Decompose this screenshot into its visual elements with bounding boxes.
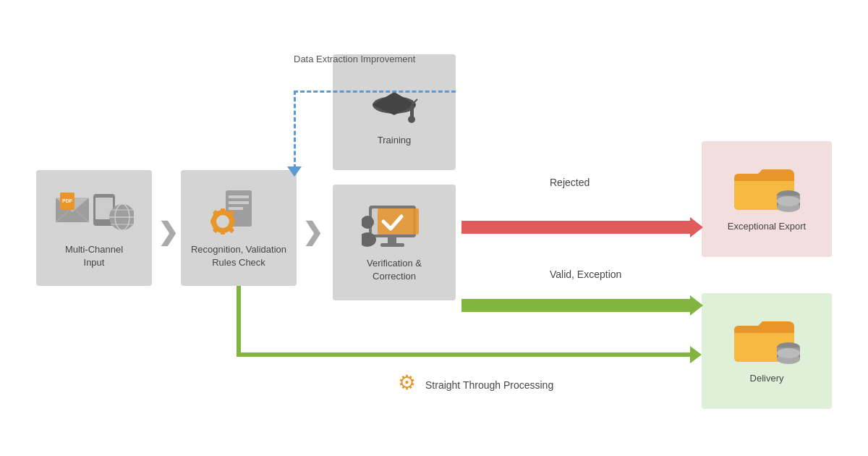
chevron-2: ❯ — [302, 217, 323, 246]
verification-label: Verification & Correction — [367, 257, 422, 283]
training-box: Training — [333, 54, 456, 170]
dashed-arrow-head — [287, 166, 302, 177]
stp-gear-icon: ⚙ — [398, 373, 416, 393]
multi-channel-label: Multi-Channel Input — [65, 243, 123, 269]
training-label: Training — [378, 134, 411, 147]
svg-rect-16 — [229, 207, 243, 210]
svg-marker-28 — [373, 92, 416, 115]
stp-label: Straight Through Processing — [425, 379, 553, 392]
delivery-label: Delivery — [750, 372, 784, 385]
dashed-line-horizontal — [294, 90, 456, 93]
multi-channel-icon: PDF — [54, 187, 134, 237]
recognition-icon — [210, 187, 268, 237]
svg-rect-22 — [231, 219, 235, 224]
exceptional-export-icon — [731, 165, 803, 214]
delivery-box: Delivery — [702, 293, 832, 409]
delivery-icon — [731, 317, 803, 366]
recognition-label: Recognition, Validation Rules Check — [191, 243, 286, 269]
data-extraction-label: Data Extraction Improvement — [294, 53, 415, 66]
svg-rect-36 — [380, 243, 404, 247]
valid-exception-arrow — [461, 299, 692, 312]
svg-rect-15 — [229, 201, 249, 204]
svg-rect-20 — [221, 230, 225, 235]
multi-channel-input-box: PDF Multi-Channel Input — [36, 170, 152, 286]
dashed-line-vertical — [294, 90, 296, 169]
svg-point-48 — [777, 348, 800, 358]
svg-text:PDF: PDF — [62, 198, 73, 203]
chevron-1: ❯ — [158, 217, 178, 246]
recognition-box: Recognition, Validation Rules Check — [181, 170, 297, 286]
svg-rect-21 — [210, 219, 215, 224]
rejected-arrow — [461, 221, 692, 234]
exceptional-export-label: Exceptional Export — [728, 220, 806, 233]
stp-line-vertical — [237, 286, 241, 357]
stp-line-horizontal — [239, 352, 692, 357]
diagram: PDF Multi-Channel Input ❯ — [22, 18, 846, 438]
svg-point-30 — [408, 116, 415, 123]
verification-icon — [362, 202, 427, 251]
svg-point-18 — [216, 215, 229, 228]
svg-rect-14 — [229, 195, 249, 198]
svg-point-43 — [777, 196, 800, 206]
rejected-label: Rejected — [550, 176, 590, 190]
verification-box: Verification & Correction — [333, 185, 456, 300]
valid-exception-label: Valid, Exception — [550, 268, 621, 282]
svg-rect-19 — [221, 208, 225, 213]
training-icon — [365, 77, 423, 128]
svg-rect-35 — [388, 237, 396, 243]
exceptional-export-box: Exceptional Export — [702, 141, 832, 257]
